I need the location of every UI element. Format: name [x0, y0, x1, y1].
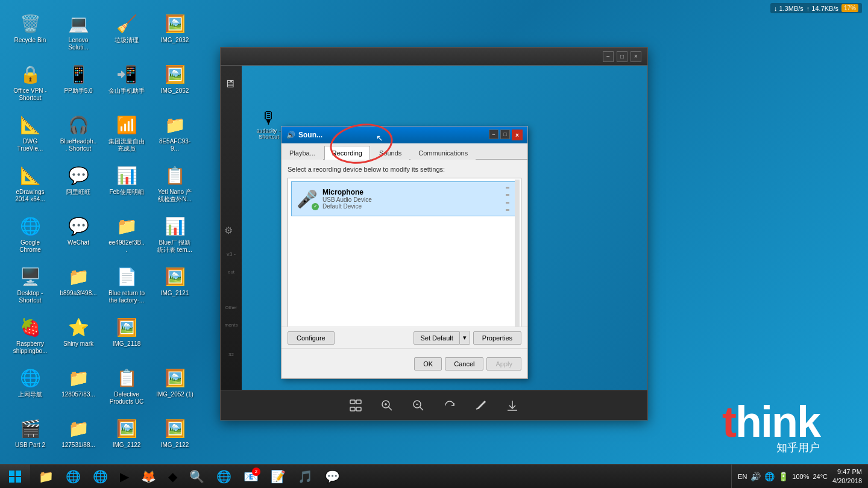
cancel-button[interactable]: Cancel: [445, 357, 483, 371]
desktop-icon-office-vpn[interactable]: 🔒 Office VPN - Shortcut: [9, 60, 51, 104]
desktop-icon-img2118[interactable]: 🖼️ IMG_2118: [105, 313, 148, 357]
inner-sidebar-text2: out: [228, 269, 234, 275]
desktop-icon-img2121[interactable]: 🖼️ IMG_2121: [154, 262, 196, 307]
set-default-arrow[interactable]: ▾: [460, 331, 470, 345]
tab-recording[interactable]: Recording: [324, 146, 370, 160]
desktop-icon-internet-explorer[interactable]: 🌐 上网导航: [9, 363, 51, 408]
ie-icon: 🌐: [66, 469, 81, 484]
taskbar-search[interactable]: 🔍: [184, 466, 210, 487]
desktop-icon-trash-cleaner[interactable]: 🧹 垃圾清理: [105, 9, 148, 54]
taskbar-word[interactable]: 📝: [265, 466, 291, 487]
device-item-microphone[interactable]: 🎤 ✓ Microphone USB Audio Device Default …: [291, 181, 518, 216]
desktop-icon-raspberry[interactable]: 🍓 Raspberry shippingbo...: [9, 313, 51, 357]
windows-icon: [8, 470, 22, 483]
desktop-icon-jiliu[interactable]: 📶 集团流量自由 充成员: [105, 110, 148, 155]
desktop-icon-chrome[interactable]: 🌐 Google Chrome: [9, 211, 51, 256]
rotate-button[interactable]: [440, 396, 459, 415]
desktop-icon-127531[interactable]: 📁 127531/88...: [57, 414, 99, 451]
desktop-icon-img2122-1[interactable]: 🖼️ IMG_2122: [105, 414, 148, 451]
start-button[interactable]: [0, 465, 30, 489]
desktop-icon-img2052-1[interactable]: 🖼️ IMG_2052 (1): [154, 363, 196, 408]
download-button[interactable]: [503, 396, 522, 415]
sound-close-btn[interactable]: ×: [512, 130, 523, 140]
volume-indicator: [506, 187, 509, 211]
img2122-1-icon: 🖼️: [115, 416, 139, 440]
desktop-icon-img2032[interactable]: 🖼️ IMG_2032: [154, 9, 196, 54]
blueheadph-label: BlueHeadph... Shortcut: [60, 138, 97, 152]
internet-explorer-icon: 🌐: [18, 366, 42, 390]
taskbar-ie2[interactable]: 🌐: [211, 466, 237, 487]
edit-button[interactable]: [471, 396, 491, 415]
shiny-mark-icon: ⭐: [66, 315, 90, 339]
defective-icon: 📋: [115, 366, 139, 390]
close-button[interactable]: ×: [631, 51, 641, 62]
internet-explorer-label: 上网导航: [18, 391, 42, 398]
zoom-out-button[interactable]: [409, 396, 428, 415]
desktop-icon-8e5afc[interactable]: 📁 8E5AFC93-9...: [154, 110, 196, 155]
desktop-icon-recycle-bin[interactable]: 🗑️ Recycle Bin: [9, 9, 51, 54]
taskbar-chrome[interactable]: 🌐: [87, 466, 113, 487]
desktop-icon-edrawings[interactable]: 📐 eDrawings 2014 x64...: [9, 161, 51, 205]
taskbar-music[interactable]: 🎵: [292, 466, 318, 487]
blue-factory-label: Blue厂 报新统计表 tem...: [156, 239, 193, 254]
apply-button[interactable]: Apply: [486, 357, 521, 371]
system-clock[interactable]: 9:47 PM 4/20/2018: [832, 468, 862, 485]
desktop-icon-b899a[interactable]: 📁 b899a3f498...: [57, 262, 99, 307]
taskbar-wechat[interactable]: 💬: [319, 466, 345, 487]
viewer-toolbar: [221, 390, 647, 420]
office-vpn-label: Office VPN - Shortcut: [11, 87, 49, 102]
sound-minimize-btn[interactable]: −: [489, 130, 498, 139]
minimize-button[interactable]: −: [603, 51, 614, 62]
desktop-icon-shiny-mark[interactable]: ⭐ Shiny mark: [57, 313, 99, 357]
device-list-scrollbar[interactable]: [515, 180, 520, 340]
desktop-icon-feb-manual[interactable]: 📊 Feb使用明细: [105, 161, 148, 205]
desktop-icon-desktop-shortcut[interactable]: 🖥️ Desktop - Shortcut: [9, 262, 51, 307]
desktop-icon-img2052[interactable]: 🖼️ IMG_2052: [154, 60, 196, 104]
taskbar-app1[interactable]: ◆: [163, 466, 183, 487]
tab-communications[interactable]: Communications: [410, 146, 476, 160]
outlook-badge: 2: [252, 468, 260, 476]
taskbar-media-player[interactable]: ▶: [115, 466, 134, 487]
properties-button[interactable]: Properties: [473, 331, 521, 345]
set-default-button[interactable]: Set Default: [414, 331, 459, 345]
taskbar-file-explorer[interactable]: 📁: [33, 466, 59, 487]
zoom-out-icon: [412, 399, 425, 412]
network-icon: 🌐: [764, 472, 775, 481]
jiliu-label: 集团流量自由 充成员: [108, 138, 145, 152]
taskbar-firefox[interactable]: 🦊: [136, 466, 162, 487]
desktop-icon-ee4982ef[interactable]: 📁 ee4982ef3B...: [105, 211, 148, 256]
svg-rect-3: [356, 407, 361, 411]
desktop-icon-128057[interactable]: 📁 128057/83...: [57, 363, 99, 408]
taskbar-outlook[interactable]: 📧 2: [238, 466, 264, 487]
desktop-icon-lenovo[interactable]: 💻 Lenovo Soluti...: [57, 9, 99, 54]
desktop-icon-blue-return[interactable]: 📄 Blue return to the factory-...: [105, 262, 148, 307]
desktop-icon-defective[interactable]: 📋 Defective Products UC: [105, 363, 148, 408]
desktop-icon-blue-factory[interactable]: 📊 Blue厂 报新统计表 tem...: [154, 211, 196, 256]
office-vpn-icon: 🔒: [18, 62, 42, 86]
desktop-icon-alibaba[interactable]: 💬 阿里旺旺: [57, 161, 99, 205]
taskbar-right: EN 🔊 🌐 🔋 100% 24°C 9:47 PM 4/20/2018: [731, 465, 868, 488]
desktop-icon-usb-part2[interactable]: 🎬 USB Part 2: [9, 414, 51, 451]
tab-sounds[interactable]: Sounds: [371, 146, 409, 160]
sound-maximize-btn[interactable]: □: [500, 130, 510, 139]
maximize-button[interactable]: □: [617, 51, 627, 62]
configure-button[interactable]: Configure: [288, 331, 335, 345]
desktop-icon-dwg[interactable]: 📐 DWG TrueVie...: [9, 110, 51, 155]
desktop-icon-pp-assistant[interactable]: 📱 PP助手5.0: [57, 60, 99, 104]
desktop-icon-wechat[interactable]: 💬 WeChat: [57, 211, 99, 256]
ok-button[interactable]: OK: [414, 357, 442, 371]
desktop-icon-img2122-2[interactable]: 🖼️ IMG_2122: [154, 414, 196, 451]
lenovo-icon: 💻: [66, 11, 90, 36]
taskbar-ie[interactable]: 🌐: [60, 466, 86, 487]
sound-dialog-title: Soun...: [298, 131, 322, 139]
desktop-icon-blueheadph[interactable]: 🎧 BlueHeadph... Shortcut: [57, 110, 99, 155]
zoom-in-button[interactable]: [377, 396, 397, 415]
fit-view-button[interactable]: [346, 396, 365, 415]
defective-label: Defective Products UC: [108, 391, 145, 405]
tab-playback[interactable]: Playba...: [281, 146, 323, 160]
ee4982ef-icon: 📁: [115, 214, 139, 238]
desktop-icon-yeti-nano[interactable]: 📋 Yeti Nano 产线检查外N...: [154, 161, 196, 205]
desktop-icon-jinshan[interactable]: 📲 金山手机助手: [105, 60, 148, 104]
inner-sidebar-text1: v3 -: [227, 251, 236, 257]
svg-rect-14: [9, 471, 14, 476]
